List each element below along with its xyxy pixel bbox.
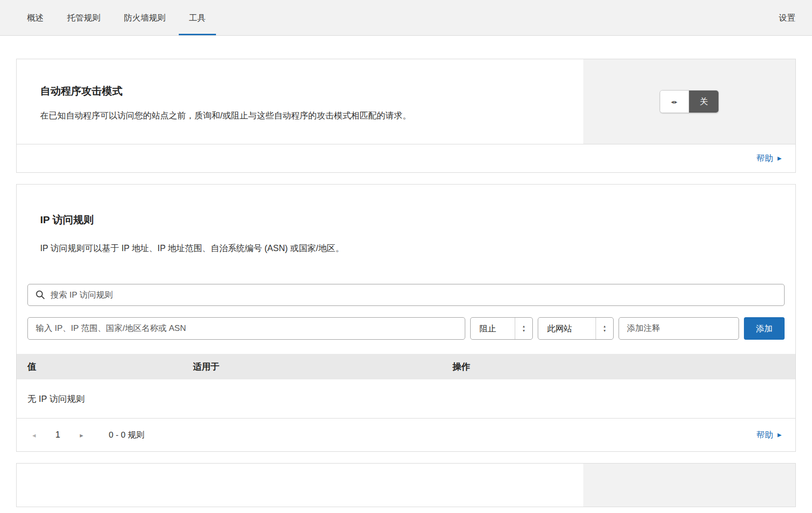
ip-rules-footer: ◂ 1 ▸ 0 - 0 规则 帮助 ▶ xyxy=(17,419,795,451)
next-card-partial xyxy=(16,463,796,507)
search-icon xyxy=(35,290,45,300)
empty-message: 无 IP 访问规则 xyxy=(27,393,85,405)
action-select[interactable]: 阻止 ▴ ▾ xyxy=(470,317,533,340)
pager-current-page[interactable]: 1 xyxy=(55,430,60,440)
bot-fight-mode-main: 自动程序攻击模式 在已知自动程序可以访问您的站点之前，质询和/或阻止与这些自动程… xyxy=(17,59,795,144)
add-rule-button[interactable]: 添加 xyxy=(744,317,785,340)
pager-next-icon[interactable]: ▸ xyxy=(78,431,85,439)
help-link-label: 帮助 xyxy=(757,153,773,164)
ip-access-rules-card: IP 访问规则 IP 访问规则可以基于 IP 地址、IP 地址范围、自治系统编号… xyxy=(16,184,796,452)
bot-fight-mode-toggle-panel: ◂▸ 关 xyxy=(583,59,795,144)
rules-table-header: 值 适用于 操作 xyxy=(17,354,795,379)
page-content: 自动程序攻击模式 在已知自动程序可以访问您的站点之前，质询和/或阻止与这些自动程… xyxy=(0,36,812,507)
help-arrow-icon: ▶ xyxy=(778,432,782,438)
tab-overview-label: 概述 xyxy=(27,12,44,23)
stepper-down-icon: ▾ xyxy=(603,328,605,333)
toggle-knob-icon: ◂▸ xyxy=(660,91,689,113)
top-tab-bar: 概述 托管规则 防火墙规则 工具 设置 xyxy=(0,0,812,36)
ip-rules-title: IP 访问规则 xyxy=(40,213,772,226)
ip-rules-help-link[interactable]: 帮助 ▶ xyxy=(757,429,782,441)
tab-managed-rules[interactable]: 托管规则 xyxy=(57,0,111,35)
bot-fight-mode-description: 在已知自动程序可以访问您的站点之前，质询和/或阻止与这些自动程序的攻击模式相匹配… xyxy=(40,107,501,124)
tab-firewall-rules-label: 防火墙规则 xyxy=(124,12,166,23)
column-header-actions: 操作 xyxy=(453,361,785,373)
next-card-right-panel xyxy=(583,464,795,507)
stepper-down-icon: ▾ xyxy=(523,328,525,333)
search-input[interactable] xyxy=(27,284,785,306)
bot-fight-mode-toggle[interactable]: ◂▸ 关 xyxy=(660,90,719,113)
rules-table-empty-row: 无 IP 访问规则 xyxy=(17,379,795,419)
rule-value-input[interactable] xyxy=(27,317,465,340)
tab-tools-label: 工具 xyxy=(189,12,206,23)
ip-rules-description: IP 访问规则可以基于 IP 地址、IP 地址范围、自治系统编号 (ASN) 或… xyxy=(40,240,772,256)
tab-tools[interactable]: 工具 xyxy=(179,0,216,35)
help-arrow-icon: ▶ xyxy=(778,156,782,161)
tab-managed-rules-label: 托管规则 xyxy=(67,12,100,23)
stepper-up-icon: ▴ xyxy=(603,324,605,328)
settings-link[interactable]: 设置 xyxy=(779,12,795,23)
scope-select-value: 此网站 xyxy=(538,318,596,339)
tab-overview[interactable]: 概述 xyxy=(17,0,54,35)
pager-prev-icon[interactable]: ◂ xyxy=(30,431,38,439)
add-rule-row: 阻止 ▴ ▾ 此网站 ▴ ▾ 添加 xyxy=(27,317,785,340)
next-card-left xyxy=(17,464,583,507)
tab-firewall-rules[interactable]: 防火墙规则 xyxy=(114,0,176,35)
tab-list: 概述 托管规则 防火墙规则 工具 xyxy=(17,0,216,35)
column-header-applies-to: 适用于 xyxy=(193,361,453,373)
pager-range-label: 0 - 0 规则 xyxy=(109,429,144,441)
bot-fight-mode-footer: 帮助 ▶ xyxy=(17,144,795,172)
column-header-value: 值 xyxy=(27,361,193,373)
action-select-value: 阻止 xyxy=(471,318,515,339)
stepper-icon: ▴ ▾ xyxy=(515,318,532,339)
scope-select[interactable]: 此网站 ▴ ▾ xyxy=(538,317,614,340)
ip-rules-search-box xyxy=(27,284,785,306)
ip-rules-head: IP 访问规则 IP 访问规则可以基于 IP 地址、IP 地址范围、自治系统编号… xyxy=(17,185,795,256)
note-input[interactable] xyxy=(619,317,739,340)
ip-rules-controls: 阻止 ▴ ▾ 此网站 ▴ ▾ 添加 xyxy=(17,256,795,340)
bot-fight-mode-title: 自动程序攻击模式 xyxy=(40,85,560,97)
stepper-icon: ▴ ▾ xyxy=(596,318,613,339)
pagination: ◂ 1 ▸ 0 - 0 规则 xyxy=(30,429,144,441)
bot-fight-mode-card: 自动程序攻击模式 在已知自动程序可以访问您的站点之前，质询和/或阻止与这些自动程… xyxy=(16,59,796,173)
help-link-label: 帮助 xyxy=(757,429,773,441)
bot-fight-mode-text: 自动程序攻击模式 在已知自动程序可以访问您的站点之前，质询和/或阻止与这些自动程… xyxy=(17,59,583,144)
topbar-right: 设置 xyxy=(779,0,795,35)
toggle-state-label: 关 xyxy=(689,91,718,113)
bot-fight-help-link[interactable]: 帮助 ▶ xyxy=(757,153,782,164)
stepper-up-icon: ▴ xyxy=(523,324,525,328)
